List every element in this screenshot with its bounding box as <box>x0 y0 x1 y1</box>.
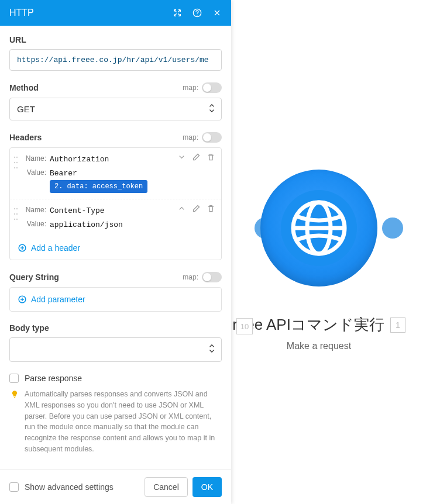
chevron-down-icon[interactable] <box>177 153 186 161</box>
parse-response-checkbox[interactable] <box>9 374 19 383</box>
add-parameter-label: Add parameter <box>31 295 85 304</box>
globe-icon <box>281 190 357 266</box>
svg-point-16 <box>16 219 18 220</box>
drag-handle-icon[interactable] <box>13 155 18 170</box>
connector-dot-right[interactable] <box>382 218 403 239</box>
header-value-key: Value: <box>22 168 46 177</box>
header-value-input[interactable]: Bearer 2. data: access_token <box>50 168 214 194</box>
advanced-settings-label: Show advanced settings <box>25 482 114 492</box>
url-input[interactable]: https://api.freee.co.jp/hr/api/v1/users/… <box>9 49 222 71</box>
parse-response-label: Parse response <box>25 374 82 383</box>
query-map-toggle[interactable] <box>202 272 222 282</box>
body-type-select[interactable] <box>9 337 222 362</box>
header-item-content-type: Name: Content-Type Value: application/js… <box>10 199 221 236</box>
plus-circle-icon <box>18 244 26 252</box>
query-list: Add parameter <box>9 287 222 312</box>
svg-point-6 <box>16 157 18 158</box>
body-type-field: Body type <box>9 323 222 362</box>
module-left-badge: 10 <box>236 318 253 334</box>
module-title: reee APIコマンド実行 1 <box>232 315 405 335</box>
svg-point-5 <box>14 157 15 158</box>
panel-title: HTTP <box>9 8 173 18</box>
drag-handle-icon[interactable] <box>13 206 18 222</box>
edit-icon[interactable] <box>192 204 201 213</box>
svg-point-13 <box>14 213 15 215</box>
trash-icon[interactable] <box>207 204 215 213</box>
svg-point-8 <box>16 162 18 163</box>
module-subtitle: Make a request <box>287 341 351 351</box>
advanced-settings-checkbox[interactable] <box>9 482 19 492</box>
header-name-key: Name: <box>22 154 46 163</box>
parse-hint-text: Automatically parses responses and conve… <box>25 389 222 455</box>
header-value-key: Value: <box>22 219 46 228</box>
chevron-up-icon[interactable] <box>177 204 186 213</box>
map-label: map: <box>183 84 198 92</box>
query-label: Query String <box>9 272 59 282</box>
add-header-label: Add a header <box>31 243 80 253</box>
panel-header: HTTP <box>0 0 231 26</box>
svg-point-11 <box>14 208 15 209</box>
globe-icon-wrap <box>260 170 377 286</box>
map-label: map: <box>183 133 198 141</box>
expand-icon[interactable] <box>173 8 182 18</box>
config-panel: HTTP URL https://api.freee.co.jp/hr/api/… <box>0 0 231 504</box>
mapped-pill[interactable]: 2. data: access_token <box>50 180 147 193</box>
svg-point-15 <box>14 219 15 220</box>
header-item-authorization: Name: Authorization Value: Bearer 2. dat… <box>10 148 221 199</box>
lightbulb-icon <box>11 390 19 398</box>
method-field: Method map: GET <box>9 82 222 120</box>
svg-point-9 <box>14 167 15 168</box>
trash-icon[interactable] <box>207 153 215 161</box>
headers-field: Headers map: Name: <box>9 132 222 260</box>
module-title-text: reee APIコマンド実行 <box>232 315 384 335</box>
edit-icon[interactable] <box>192 153 201 161</box>
query-string-field: Query String map: Add parameter <box>9 272 222 312</box>
headers-map-toggle[interactable] <box>202 132 222 143</box>
panel-footer: Show advanced settings Cancel OK <box>0 470 231 504</box>
header-value-input[interactable]: application/json <box>50 219 214 231</box>
add-parameter-button[interactable]: Add parameter <box>10 288 221 311</box>
svg-point-7 <box>14 162 15 163</box>
module-index-badge: 1 <box>390 317 405 333</box>
add-header-button[interactable]: Add a header <box>10 236 221 260</box>
svg-point-10 <box>16 167 18 168</box>
method-map-toggle[interactable] <box>202 82 222 93</box>
body-type-label: Body type <box>9 323 49 333</box>
header-name-key: Name: <box>22 205 46 214</box>
panel-body: URL https://api.freee.co.jp/hr/api/v1/us… <box>0 26 231 470</box>
close-icon[interactable] <box>212 8 222 18</box>
svg-point-12 <box>16 208 18 209</box>
ok-button[interactable]: OK <box>192 477 222 497</box>
plus-circle-icon <box>18 295 26 303</box>
map-label: map: <box>183 273 198 281</box>
parse-response-field: Parse response Automatically parses resp… <box>9 374 222 455</box>
headers-list: Name: Authorization Value: Bearer 2. dat… <box>9 147 222 260</box>
url-field: URL https://api.freee.co.jp/hr/api/v1/us… <box>9 35 222 71</box>
method-label: Method <box>9 83 39 92</box>
url-label: URL <box>9 35 26 44</box>
svg-point-14 <box>16 213 18 215</box>
help-icon[interactable] <box>192 8 202 18</box>
svg-point-4 <box>197 15 197 15</box>
cancel-button[interactable]: Cancel <box>145 477 188 497</box>
headers-label: Headers <box>9 133 42 142</box>
method-select[interactable]: GET <box>9 98 222 120</box>
